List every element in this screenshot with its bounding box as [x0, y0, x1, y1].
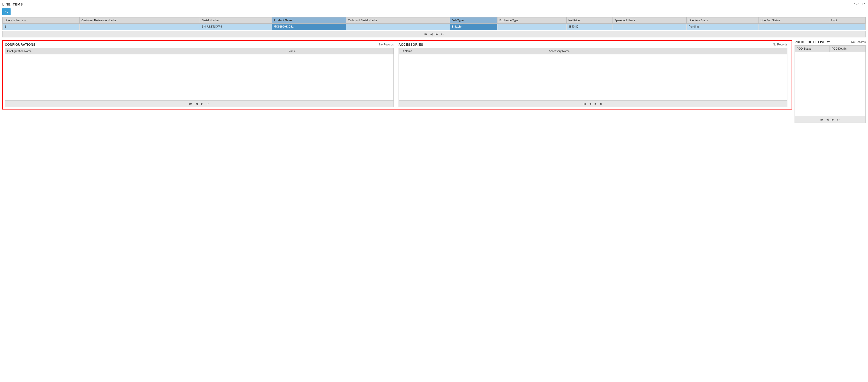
config-col-name: Configuration Name	[5, 48, 287, 55]
cell-customer_ref	[80, 24, 200, 30]
configurations-section: CONFIGURATIONS No Records Configuration …	[5, 43, 396, 107]
cell-line_number: 1	[3, 24, 80, 30]
configurations-table-wrapper: Configuration Name Value	[5, 48, 394, 100]
col-line-number[interactable]: Line Number ▲▼	[3, 18, 80, 24]
cell-sparepool_name	[613, 24, 687, 30]
line-items-header: LINE ITEMS 1 - 1 of 1	[2, 2, 866, 6]
config-col-value: Value	[287, 48, 393, 55]
cell-job_type: Billable	[450, 24, 497, 30]
cell-exchange_type	[497, 24, 566, 30]
accessories-header: ACCESSORIES No Records	[399, 43, 787, 46]
col-job-type[interactable]: Job Type	[450, 18, 497, 24]
acc-empty-body	[399, 55, 787, 100]
accessories-table: Kit Name Accessory Name	[399, 48, 787, 100]
line-items-record-count: 1 - 1 of 1	[854, 2, 866, 6]
acc-last[interactable]: ⏭	[599, 101, 604, 106]
line-items-pagination: ⏮ ◀ ▶ ⏭	[2, 31, 866, 37]
table-row[interactable]: 1SN_UNKNOWNMC9190-G30S...Billable$840.80…	[3, 24, 866, 30]
pagination-first[interactable]: ⏮	[423, 32, 428, 36]
col-net-price[interactable]: Net Price	[566, 18, 612, 24]
acc-next[interactable]: ▶	[594, 101, 598, 106]
acc-col-accessory: Accessory Name	[547, 48, 787, 55]
pod-col-status: POD Status	[795, 46, 830, 52]
configurations-pagination: ⏮ ◀ ▶ ⏭	[5, 100, 394, 107]
col-sparepool-name[interactable]: Sparepool Name	[613, 18, 687, 24]
col-serial-number[interactable]: Serial Number	[200, 18, 272, 24]
accessories-table-wrapper: Kit Name Accessory Name	[399, 48, 787, 100]
pagination-prev[interactable]: ◀	[429, 32, 433, 36]
col-line-sub-status[interactable]: Line Sub Status	[758, 18, 829, 24]
accessories-pagination: ⏮ ◀ ▶ ⏭	[399, 100, 787, 107]
accessories-title: ACCESSORIES	[399, 43, 423, 46]
configurations-header: CONFIGURATIONS No Records	[5, 43, 394, 46]
config-first[interactable]: ⏮	[188, 101, 193, 106]
cell-line_item_status: Pending	[687, 24, 758, 30]
col-exchange-type[interactable]: Exchange Type	[497, 18, 566, 24]
configurations-title: CONFIGURATIONS	[5, 43, 36, 46]
cell-outbound_serial	[346, 24, 450, 30]
pod-prev[interactable]: ◀	[825, 117, 830, 122]
search-button[interactable]	[2, 8, 10, 15]
config-last[interactable]: ⏭	[206, 101, 210, 106]
acc-col-kit: Kit Name	[399, 48, 547, 55]
page-wrapper: LINE ITEMS 1 - 1 of 1 Line Number ▲▼ Cus…	[0, 0, 868, 125]
search-icon	[5, 9, 8, 13]
svg-line-1	[7, 12, 8, 12]
pod-col-details: POD Details	[830, 46, 865, 52]
red-box-section: CONFIGURATIONS No Records Configuration …	[2, 40, 792, 109]
cell-invoice	[829, 24, 865, 30]
lower-sections-wrapper: CONFIGURATIONS No Records Configuration …	[2, 37, 866, 123]
pod-first[interactable]: ⏮	[819, 117, 824, 122]
acc-prev[interactable]: ◀	[588, 101, 592, 106]
col-invoice[interactable]: Invoi...	[829, 18, 865, 24]
pod-no-records: No Records	[851, 40, 866, 43]
line-items-title: LINE ITEMS	[2, 2, 23, 6]
col-product-name[interactable]: Product Name	[272, 18, 346, 24]
pagination-next[interactable]: ▶	[435, 32, 439, 36]
pod-section: PROOF OF DELIVERY No Records POD Status …	[792, 40, 866, 123]
acc-first[interactable]: ⏮	[582, 101, 587, 106]
line-items-table-wrapper: Line Number ▲▼ Customer Reference Number…	[2, 17, 866, 30]
pod-table: POD Status POD Details	[795, 45, 866, 116]
pagination-last[interactable]: ⏭	[440, 32, 445, 36]
pod-header: PROOF OF DELIVERY No Records	[795, 40, 866, 44]
accessories-section: ACCESSORIES No Records Kit Name Accessor…	[396, 43, 790, 107]
config-next[interactable]: ▶	[200, 101, 204, 106]
pod-title: PROOF OF DELIVERY	[795, 40, 830, 44]
cell-serial_number: SN_UNKNOWN	[200, 24, 272, 30]
cell-line_sub_status	[758, 24, 829, 30]
pod-pagination: ⏮ ◀ ▶ ⏭	[795, 117, 866, 123]
col-outbound-serial[interactable]: Outbound Serial Number	[346, 18, 450, 24]
line-items-table: Line Number ▲▼ Customer Reference Number…	[2, 17, 866, 30]
configurations-no-records: No Records	[379, 43, 394, 46]
pod-table-wrapper: POD Status POD Details	[795, 45, 866, 117]
pod-empty-body	[795, 52, 866, 116]
cell-net_price: $840.80	[566, 24, 612, 30]
line-items-toolbar	[2, 8, 866, 15]
configurations-table: Configuration Name Value	[5, 48, 394, 100]
col-line-item-status[interactable]: Line Item Status	[687, 18, 758, 24]
config-empty-body	[5, 55, 394, 100]
config-prev[interactable]: ◀	[194, 101, 198, 106]
col-customer-ref[interactable]: Customer Reference Number	[80, 18, 200, 24]
pod-next[interactable]: ▶	[831, 117, 835, 122]
accessories-no-records: No Records	[773, 43, 787, 46]
cell-product_name: MC9190-G30S...	[272, 24, 346, 30]
pod-last[interactable]: ⏭	[836, 117, 841, 122]
red-box-inner: CONFIGURATIONS No Records Configuration …	[5, 43, 790, 107]
